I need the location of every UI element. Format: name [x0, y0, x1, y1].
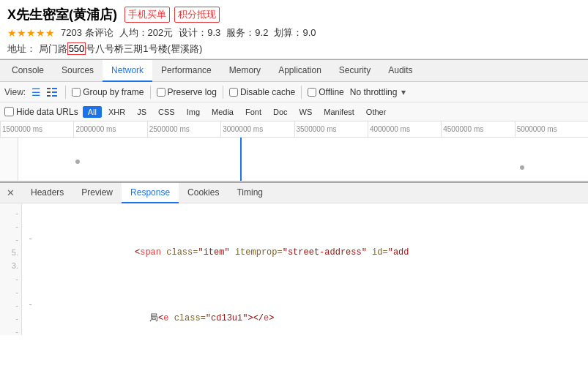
offline-input[interactable]	[308, 88, 316, 97]
tab-application[interactable]: Application	[269, 60, 330, 82]
filter-media-button[interactable]: Media	[206, 106, 239, 118]
address-row: 地址： 局门路550号八号桥三期1号楼(瞿溪路)	[7, 42, 581, 56]
network-waterfall	[0, 138, 588, 181]
filter-img-button[interactable]: Img	[182, 106, 205, 118]
toolbar-sep-3	[223, 86, 223, 99]
value-score: 划算：9.0	[274, 26, 316, 40]
avg-price: 人均：202元	[119, 26, 174, 40]
tab-cookies[interactable]: Cookies	[179, 183, 228, 203]
offline-checkbox[interactable]: Offline	[308, 87, 343, 97]
waterfall-area	[18, 138, 588, 181]
no-throttling-label: No throttling	[350, 87, 398, 97]
ruler-tick-3: 3000000 ms	[220, 121, 294, 137]
svg-rect-0	[47, 88, 51, 89]
view-icons: ☰	[29, 85, 59, 100]
waterfall-cursor-line	[240, 138, 242, 181]
tag-buy-link[interactable]: 手机买单	[124, 7, 170, 23]
line-num-2: -	[0, 220, 18, 233]
title-row: X先生密室(黄浦店) 手机买单 积分抵现	[7, 6, 581, 23]
network-filter-row: Hide data URLs All XHR JS CSS Img Media …	[0, 102, 588, 121]
hide-data-urls-checkbox[interactable]: Hide data URLs	[4, 107, 78, 117]
waterfall-dot-1	[75, 160, 80, 164]
bottom-panel-close-button[interactable]: ✕	[3, 186, 18, 200]
tab-memory[interactable]: Memory	[220, 60, 269, 82]
disable-cache-input[interactable]	[229, 88, 238, 97]
filter-doc-button[interactable]: Doc	[268, 106, 293, 118]
line-num-4: 5.	[0, 246, 18, 259]
tab-response[interactable]: Response	[122, 183, 179, 203]
line-num-3: -	[0, 233, 18, 246]
line-num-1: -	[0, 206, 18, 220]
ruler-tick-6: 4500000 ms	[441, 121, 514, 137]
waterfall-dot-2	[520, 165, 524, 170]
filter-manifest-button[interactable]: Manifest	[319, 106, 360, 118]
bottom-panel: ✕ Headers Preview Response Cookies Timin…	[0, 181, 588, 335]
tree-view-button[interactable]	[45, 85, 59, 100]
stars: ★★★★★	[7, 27, 55, 39]
filter-js-button[interactable]: JS	[132, 106, 152, 118]
design-score: 设计：9.3	[179, 26, 220, 40]
filter-all-button[interactable]: All	[83, 106, 102, 118]
line-num-10: -	[0, 325, 18, 335]
ruler-tick-5: 4000000 ms	[368, 121, 441, 137]
list-view-button[interactable]: ☰	[29, 85, 43, 100]
code-line-2: - 局<e class="cd13ui"></e>	[28, 299, 582, 335]
svg-rect-1	[47, 91, 51, 93]
filter-other-button[interactable]: Other	[361, 106, 392, 118]
ruler-tick-1: 2000000 ms	[73, 121, 146, 137]
hide-data-urls-input[interactable]	[4, 107, 14, 116]
throttling-dropdown-icon[interactable]: ▾	[401, 87, 406, 97]
line-num-9: -	[0, 312, 18, 325]
line-num-6: -	[0, 272, 18, 285]
view-label: View:	[4, 87, 26, 97]
svg-rect-2	[47, 95, 51, 97]
preserve-log-checkbox[interactable]: Preserve log	[157, 87, 217, 97]
code-line-1: - <span class="item" itemprop="street-ad…	[28, 233, 582, 272]
address-highlight: 550	[67, 42, 86, 55]
bottom-tab-bar: ✕ Headers Preview Response Cookies Timin…	[0, 183, 588, 203]
ruler-tick-2: 2500000 ms	[147, 121, 220, 137]
service-score: 服务：9.2	[226, 26, 268, 40]
filter-xhr-button[interactable]: XHR	[103, 106, 130, 118]
response-content: - - - 5. 3. - - - - - - <span class="ite…	[0, 203, 588, 335]
tag-points-link[interactable]: 积分抵现	[174, 7, 220, 23]
line-numbers: - - - 5. 3. - - - - -	[0, 203, 22, 335]
reviews-count: 7203 条评论	[61, 26, 113, 40]
svg-rect-5	[52, 95, 57, 97]
svg-rect-3	[52, 88, 57, 89]
group-by-frame-input[interactable]	[72, 88, 81, 97]
toolbar-sep-4	[301, 86, 302, 99]
toolbar-sep-1	[65, 86, 66, 99]
preserve-log-input[interactable]	[157, 88, 165, 97]
svg-rect-4	[52, 91, 57, 93]
network-left-panel	[0, 138, 18, 181]
tab-security[interactable]: Security	[330, 60, 379, 82]
group-by-frame-checkbox[interactable]: Group by frame	[72, 87, 144, 97]
disable-cache-checkbox[interactable]: Disable cache	[229, 87, 295, 97]
ruler-tick-7: 5000000 ms	[515, 121, 588, 137]
tab-network[interactable]: Network	[103, 60, 152, 82]
response-code-area[interactable]: - <span class="item" itemprop="street-ad…	[22, 203, 588, 335]
tab-performance[interactable]: Performance	[152, 60, 220, 82]
tab-audits[interactable]: Audits	[379, 60, 421, 82]
network-toolbar: View: ☰ Group by frame Preserve log	[0, 82, 588, 102]
line-num-5: 3.	[0, 259, 18, 272]
line-num-7: -	[0, 285, 18, 299]
tab-preview[interactable]: Preview	[72, 183, 122, 203]
tab-console[interactable]: Console	[3, 60, 53, 82]
address-label: 地址：	[7, 43, 36, 54]
filter-font-button[interactable]: Font	[240, 106, 267, 118]
devtools-panel: Console Sources Network Performance Memo…	[0, 59, 588, 181]
rating-row: ★★★★★ 7203 条评论 人均：202元 设计：9.3 服务：9.2 划算：…	[7, 26, 581, 40]
timeline-ruler: 1500000 ms 2000000 ms 2500000 ms 3000000…	[0, 121, 588, 138]
address-rest: 号八号桥三期1号楼(瞿溪路)	[86, 43, 202, 54]
toolbar-sep-2	[150, 86, 151, 99]
tab-sources[interactable]: Sources	[53, 60, 103, 82]
filter-ws-button[interactable]: WS	[294, 106, 318, 118]
address-street: 局门路	[39, 43, 67, 54]
filter-css-button[interactable]: CSS	[153, 106, 180, 118]
tab-headers[interactable]: Headers	[22, 183, 72, 203]
devtools-tab-bar: Console Sources Network Performance Memo…	[0, 60, 588, 82]
tab-timing[interactable]: Timing	[228, 183, 272, 203]
ruler-tick-0: 1500000 ms	[0, 121, 73, 137]
